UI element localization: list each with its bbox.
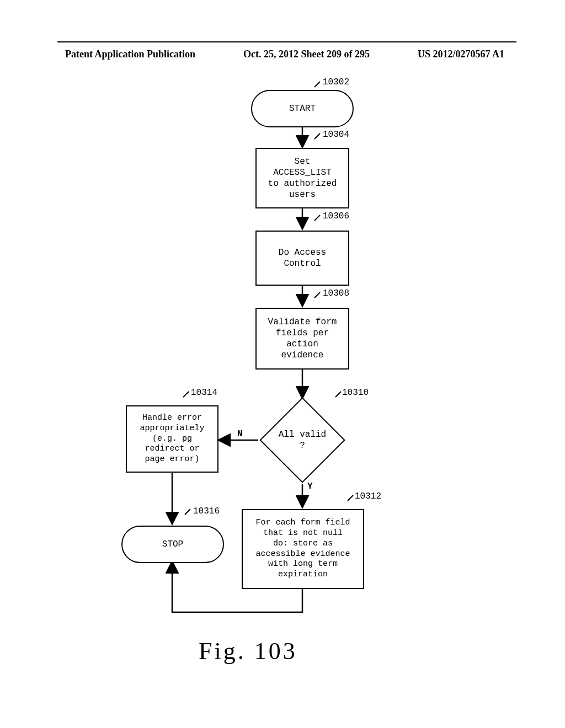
ref-decision: 10310	[342, 388, 369, 398]
node-start-label: START	[287, 101, 318, 116]
edge-yes-label: Y	[307, 481, 313, 491]
ref-store: 10312	[355, 491, 381, 501]
node-do-access-label: Do Access Control	[276, 245, 328, 271]
ref-validate: 10308	[323, 288, 349, 298]
ref-start: 10302	[323, 77, 349, 87]
node-set-access-label: Set ACCESS_LIST to authorized users	[266, 154, 339, 202]
ref-stop: 10316	[193, 506, 220, 516]
node-decision-label: All valid ?	[273, 427, 332, 453]
node-start: START	[251, 90, 354, 127]
node-set-access: Set ACCESS_LIST to authorized users	[255, 148, 349, 208]
edge-no-label: N	[237, 429, 243, 439]
flowchart-diagram: START 10302 Set ACCESS_LIST to authorize…	[0, 0, 565, 728]
node-do-access: Do Access Control	[255, 231, 349, 286]
ref-handle-error: 10314	[191, 388, 217, 398]
node-handle-error: Handle error appropriately (e.g. pg redi…	[126, 405, 218, 473]
node-validate: Validate form fields per action evidence	[255, 308, 349, 370]
node-store: For each form field that is not null do:…	[242, 509, 364, 589]
node-stop: STOP	[121, 526, 224, 563]
node-store-label: For each form field that is not null do:…	[253, 516, 352, 582]
figure-caption: Fig. 103	[199, 637, 297, 665]
node-validate-label: Validate form fields per action evidence	[266, 314, 339, 363]
node-decision: All valid ?	[259, 397, 345, 483]
ref-set-access: 10304	[323, 130, 349, 140]
node-handle-error-label: Handle error appropriately (e.g. pg redi…	[137, 411, 206, 467]
ref-do-access: 10306	[323, 211, 349, 221]
node-stop-label: STOP	[160, 537, 185, 552]
